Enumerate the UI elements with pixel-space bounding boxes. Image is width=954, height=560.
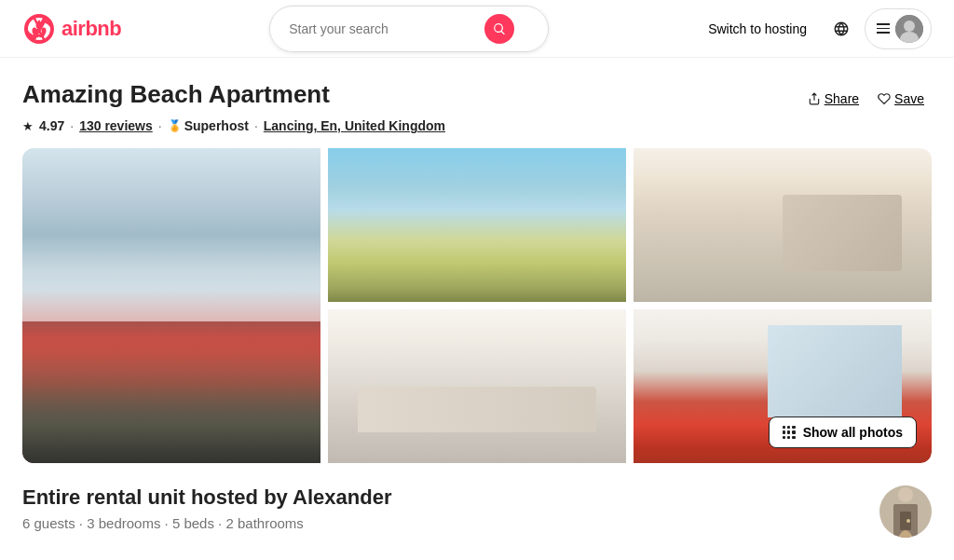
svg-point-12 bbox=[898, 487, 913, 502]
photo-top-right-1[interactable] bbox=[328, 148, 626, 302]
save-label: Save bbox=[894, 91, 924, 106]
hosted-by-title: Entire rental unit hosted by Alexander bbox=[22, 485, 879, 510]
share-label: Share bbox=[825, 91, 859, 106]
language-button[interactable] bbox=[825, 13, 857, 45]
avatar bbox=[895, 15, 923, 43]
svg-point-0 bbox=[33, 27, 37, 34]
header-right: Switch to hosting bbox=[697, 8, 932, 49]
reviews-link[interactable]: 130 reviews bbox=[79, 118, 153, 133]
svg-point-2 bbox=[835, 22, 848, 35]
show-all-photos-label: Show all photos bbox=[803, 425, 903, 440]
photo-grid: Show all photos bbox=[22, 148, 932, 463]
search-button[interactable] bbox=[484, 14, 514, 44]
listing-title: Amazing Beach Apartment bbox=[22, 80, 445, 109]
photo-bottom-right-1[interactable] bbox=[328, 309, 626, 463]
svg-point-1 bbox=[42, 27, 47, 34]
search-bar[interactable] bbox=[269, 6, 549, 52]
main-content: Amazing Beach Apartment ★ 4.97 · 130 rev… bbox=[0, 58, 954, 560]
search-input[interactable] bbox=[289, 21, 475, 36]
globe-icon bbox=[833, 20, 850, 37]
switch-to-hosting-button[interactable]: Switch to hosting bbox=[697, 14, 818, 44]
location-link[interactable]: Lancing, En, United Kingdom bbox=[264, 118, 445, 133]
search-icon bbox=[492, 21, 507, 36]
listing-details: 6 guests · 3 bedrooms · 5 beds · 2 bathr… bbox=[22, 515, 879, 531]
grid-icon bbox=[783, 426, 796, 439]
svg-point-4 bbox=[904, 20, 915, 32]
airbnb-logo-icon bbox=[22, 12, 56, 46]
header: airbnb Switch to hosting bbox=[0, 0, 954, 58]
superhost-badge: 🏅 Superhost bbox=[168, 118, 249, 133]
heart-icon bbox=[878, 92, 891, 105]
listing-meta: ★ 4.97 · 130 reviews · 🏅 Superhost · Lan… bbox=[22, 118, 445, 133]
save-button[interactable]: Save bbox=[870, 88, 932, 110]
photo-top-right-2[interactable] bbox=[634, 148, 932, 302]
rating-value: 4.97 bbox=[39, 118, 64, 133]
photo-main[interactable] bbox=[22, 148, 320, 463]
share-button[interactable]: Share bbox=[800, 88, 866, 110]
logo-text: airbnb bbox=[61, 17, 121, 41]
star-icon: ★ bbox=[22, 119, 34, 133]
hamburger-icon bbox=[877, 23, 890, 34]
share-icon bbox=[808, 92, 821, 105]
svg-point-11 bbox=[906, 519, 910, 523]
listing-info-left: Entire rental unit hosted by Alexander 6… bbox=[22, 485, 879, 531]
user-menu-button[interactable] bbox=[865, 8, 932, 49]
superhost-icon: 🏅 bbox=[168, 119, 182, 132]
listing-info: Entire rental unit hosted by Alexander 6… bbox=[22, 463, 932, 560]
show-all-photos-button[interactable]: Show all photos bbox=[769, 417, 917, 448]
photo-main-bg bbox=[22, 148, 320, 463]
logo[interactable]: airbnb bbox=[22, 12, 121, 46]
host-avatar[interactable] bbox=[879, 485, 932, 538]
superhost-label: Superhost bbox=[184, 118, 249, 133]
